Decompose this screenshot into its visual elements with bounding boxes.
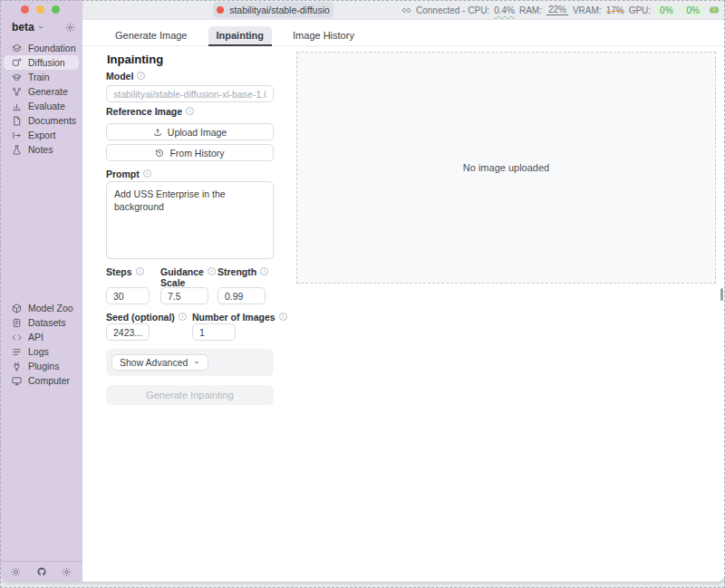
zoom-button[interactable] — [52, 5, 60, 14]
github-button[interactable] — [36, 566, 47, 577]
steps-label: Steps — [106, 267, 144, 278]
sidebar-item-label: API — [28, 332, 44, 342]
sidebar-item-foundation[interactable]: Foundation — [4, 41, 79, 55]
gear-icon — [62, 567, 72, 577]
theme-toggle-button[interactable] — [11, 567, 21, 577]
connected-label: Connected - CPU: — [416, 5, 489, 15]
sidebar-item-documents[interactable]: Documents — [4, 113, 79, 128]
minimize-button[interactable] — [36, 5, 44, 14]
sun-icon — [11, 567, 21, 577]
number-of-images-label: Number of Images — [192, 313, 287, 323]
sidebar-item-generate[interactable]: Generate — [4, 84, 79, 99]
show-advanced-button[interactable]: Show Advanced — [111, 354, 208, 371]
page-title: Inpainting — [107, 53, 163, 66]
gpu-chip-icon — [709, 5, 720, 14]
workspace-settings-button[interactable] — [65, 23, 75, 33]
number-of-images-input[interactable] — [192, 323, 236, 341]
titlebar: stabilityai/stable-diffusio Connected - … — [82, 0, 725, 20]
export-arrow-icon — [12, 130, 22, 140]
sidebar-item-notes[interactable]: Notes — [4, 142, 79, 157]
from-history-button[interactable]: From History — [106, 144, 274, 161]
sidebar-item-label: Diffusion — [28, 57, 65, 68]
info-icon[interactable] — [137, 72, 145, 80]
graduation-cap-icon — [12, 72, 22, 82]
sidebar-item-plugins[interactable]: Plugins — [4, 359, 79, 373]
sidebar-header: beta — [12, 21, 75, 34]
guidance-scale-input[interactable] — [160, 287, 208, 304]
tab-generate-image[interactable]: Generate Image — [107, 26, 196, 45]
layers-icon — [12, 43, 22, 53]
sidebar-item-evaluate[interactable]: Evaluate — [4, 99, 79, 113]
reference-image-label: Reference Image — [106, 107, 194, 118]
advanced-section: Show Advanced — [106, 349, 274, 376]
cpu-value: 0.4% — [494, 5, 515, 15]
upload-image-button[interactable]: Upload Image — [106, 123, 274, 140]
link-icon — [401, 5, 411, 15]
prompt-label: Prompt — [106, 169, 151, 180]
document-icon — [12, 116, 22, 126]
gpu-util-badge: 0% — [655, 5, 677, 16]
vram-value: 17% — [606, 5, 624, 15]
info-icon[interactable] — [143, 169, 151, 178]
seed-label: Seed (optional) — [106, 313, 187, 323]
flask-icon — [12, 145, 22, 155]
model-label: Model — [106, 72, 145, 82]
image-edit-icon — [12, 58, 22, 68]
sidebar-item-export[interactable]: Export — [4, 128, 79, 142]
vram-label: VRAM: — [573, 5, 602, 15]
sidebar-item-model-zoo[interactable]: Model Zoo — [4, 301, 79, 315]
strength-input[interactable] — [218, 287, 266, 304]
sidebar-item-computer[interactable]: Computer — [4, 373, 79, 388]
settings-button[interactable] — [62, 567, 72, 577]
ram-value: 22% — [546, 5, 568, 15]
chevron-down-icon — [37, 24, 44, 31]
prompt-textarea[interactable]: Add USS Enterprise in the background — [106, 181, 274, 259]
bar-chart-icon — [12, 101, 22, 111]
steps-input[interactable] — [106, 287, 150, 304]
sidebar: beta Foundation Diffusion Train — [0, 0, 82, 582]
sidebar-item-label: Plugins — [28, 361, 59, 371]
sidebar-item-label: Generate — [28, 86, 68, 97]
sidebar-item-label: Evaluate — [28, 101, 65, 111]
info-icon[interactable] — [260, 267, 268, 275]
tab-inpainting[interactable]: Inpainting — [208, 26, 273, 45]
document-tab[interactable]: stabilityai/stable-diffusio — [213, 2, 334, 18]
sidebar-item-label: Notes — [28, 144, 53, 155]
sidebar-item-api[interactable]: API — [4, 330, 79, 344]
gear-icon — [65, 23, 75, 33]
workflow-icon — [12, 87, 22, 97]
system-status: Connected - CPU: 0.4% RAM: 22% VRAM: 17%… — [401, 0, 720, 20]
sidebar-item-label: Export — [28, 130, 55, 140]
scrollbar-thumb[interactable] — [720, 288, 723, 301]
model-input — [106, 85, 274, 102]
traffic-lights — [21, 5, 60, 14]
app-window: beta Foundation Diffusion Train — [0, 0, 725, 582]
sidebar-primary-list: Foundation Diffusion Train Generate Eval… — [4, 41, 79, 157]
close-button[interactable] — [21, 5, 29, 14]
sidebar-item-label: Datasets — [28, 317, 65, 328]
sidebar-item-label: Foundation — [28, 43, 76, 53]
info-icon[interactable] — [186, 107, 194, 115]
empty-preview-text: No image uploaded — [463, 162, 549, 173]
tab-bar: Generate Image Inpainting Image History — [82, 25, 725, 46]
info-icon[interactable] — [179, 313, 187, 321]
sidebar-item-diffusion[interactable]: Diffusion — [4, 55, 79, 70]
unsaved-dot-icon — [217, 6, 224, 14]
sidebar-footer — [0, 561, 82, 582]
info-icon[interactable] — [279, 313, 287, 321]
generate-inpainting-button[interactable]: Generate Inpainting — [106, 385, 274, 405]
sidebar-item-train[interactable]: Train — [4, 70, 79, 84]
sidebar-secondary-list: Model Zoo Datasets API Logs Plugins Comp… — [4, 301, 79, 388]
workspace-label: beta — [12, 21, 34, 34]
sidebar-item-label: Model Zoo — [28, 303, 73, 313]
main-panel: Generate Image Inpainting Image History … — [82, 20, 725, 582]
workspace-dropdown[interactable]: beta — [12, 21, 44, 34]
info-icon[interactable] — [208, 267, 216, 275]
tab-image-history[interactable]: Image History — [285, 26, 362, 45]
gpu-mem-badge: 0% — [682, 5, 704, 16]
info-icon[interactable] — [136, 267, 144, 275]
sidebar-item-label: Documents — [28, 115, 76, 126]
sidebar-item-datasets[interactable]: Datasets — [4, 315, 79, 330]
sidebar-item-logs[interactable]: Logs — [4, 344, 79, 359]
seed-input[interactable] — [106, 323, 150, 341]
